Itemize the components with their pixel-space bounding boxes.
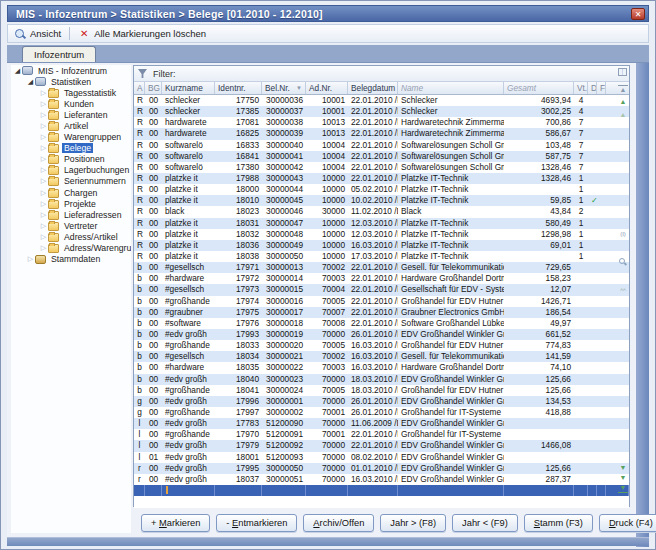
table-row[interactable]: R00platzke it17988300000431000022.01.201… xyxy=(134,173,629,184)
tree-item-mis-infozentrum[interactable]: ◢MIS - Infozentrum xyxy=(11,65,131,76)
table-row[interactable]: b00#graubner17975300000177000722.01.2010… xyxy=(134,307,629,318)
table-row[interactable]: R00platzke it18000300000441000005.02.201… xyxy=(134,184,629,195)
table-row[interactable]: b00#gesellsch17973300000157000422.01.201… xyxy=(134,284,629,295)
table-row[interactable]: r00#edv großh17995300000507000001.01.201… xyxy=(134,463,629,474)
table-row[interactable]: b00#software17976300000187000822.01.2010… xyxy=(134,318,629,329)
table-row[interactable]: g00#großhande17997300000027000126.01.201… xyxy=(134,407,629,418)
table-row[interactable]: b00#großhande18033300000207000516.03.201… xyxy=(134,340,629,351)
table-row[interactable]: l00#großhande17970512000917000122.01.201… xyxy=(134,429,629,440)
collapsed-arrow-icon[interactable]: ▷ xyxy=(26,255,35,263)
filter-row[interactable]: Filter: xyxy=(134,66,629,82)
collapsed-arrow-icon[interactable]: ▷ xyxy=(39,133,48,141)
title-bar[interactable]: MIS - Infozentrum > Statistiken > Belege… xyxy=(7,5,649,22)
table-row[interactable]: b00#gesellsch17971300000137000222.01.201… xyxy=(134,262,629,273)
table-row[interactable]: R00hardwarete17081300000381001322.01.201… xyxy=(134,117,629,128)
tree-item-warengruppen[interactable]: ▷Warengruppen xyxy=(11,132,131,143)
table-row[interactable]: R00platzke it18036300000491000016.03.201… xyxy=(134,240,629,251)
column-header-gesamt[interactable]: Gesamt xyxy=(504,82,574,94)
tree-item-lagerbuchungen[interactable]: ▷Lagerbuchungen xyxy=(11,165,131,176)
table-cell: 30000049 xyxy=(262,240,306,251)
column-header-bg[interactable]: BG xyxy=(145,82,162,94)
selected-row[interactable] xyxy=(134,485,629,496)
table-row[interactable]: b00#gesellsch18034300000217000216.03.201… xyxy=(134,351,629,362)
table-cell xyxy=(597,418,606,429)
table-row[interactable]: R00softwarelö16833300000401000422.01.201… xyxy=(134,140,629,151)
collapsed-arrow-icon[interactable]: ▷ xyxy=(39,144,48,152)
markieren-button[interactable]: + Markieren xyxy=(141,514,210,532)
tree-item-stammdaten[interactable]: ▷Stammdaten xyxy=(11,254,131,265)
tree-item-statistiken[interactable]: ◢Statistiken xyxy=(11,76,131,87)
table-row[interactable]: R00platzke it18010300000451000010.02.201… xyxy=(134,195,629,206)
entmarkieren-button[interactable]: - Entmarkieren xyxy=(216,514,297,532)
tree-item-artikel[interactable]: ▷Artikel xyxy=(11,120,131,131)
table-row[interactable]: l00#edv großh17979512000927000022.01.201… xyxy=(134,440,629,451)
tree-item-lieferadressen[interactable]: ▷Lieferadressen xyxy=(11,209,131,220)
table-row[interactable]: b00#großhande18041300000247000518.03.201… xyxy=(134,385,629,396)
tree-item-kunden[interactable]: ▷Kunden xyxy=(11,98,131,109)
table-row[interactable]: R00schlecker17385300000371000122.01.2010… xyxy=(134,106,629,117)
table-row[interactable]: b00#großhande17974300000167000522.01.201… xyxy=(134,296,629,307)
expanded-arrow-icon[interactable]: ◢ xyxy=(26,78,35,86)
table-row[interactable]: r00#edv großh18037300000517000016.03.201… xyxy=(134,474,629,485)
tree-item-seriennummern[interactable]: ▷Seriennummern xyxy=(11,176,131,187)
close-button[interactable]: ✕ xyxy=(631,8,645,20)
tree-item-tagesstatistik[interactable]: ▷Tagesstatistik xyxy=(11,87,131,98)
table-row[interactable]: b00#hardware18035300000227000316.03.2010… xyxy=(134,362,629,373)
stamm-f3-button[interactable]: Stamm (F3) xyxy=(524,514,593,532)
collapsed-arrow-icon[interactable]: ▷ xyxy=(39,222,48,230)
collapsed-arrow-icon[interactable]: ▷ xyxy=(39,166,48,174)
column-header-d[interactable]: D xyxy=(588,82,597,94)
collapsed-arrow-icon[interactable]: ▷ xyxy=(39,200,48,208)
collapsed-arrow-icon[interactable]: ▷ xyxy=(39,89,48,97)
column-header-name[interactable]: Name xyxy=(398,82,504,94)
tree-item-adress-warengruppen[interactable]: ▷Adress/Warengruppen xyxy=(11,243,131,254)
table-cell: 7 xyxy=(574,162,588,173)
table-row[interactable]: l01#edv großh18001512000937000008.02.201… xyxy=(134,452,629,463)
column-header-kurzname[interactable]: Kurzname xyxy=(162,82,215,94)
column-header-a[interactable]: A xyxy=(134,82,145,94)
table-row[interactable]: b00#hardware17972300000147000322.01.2010… xyxy=(134,273,629,284)
column-header-ad-nr[interactable]: Ad.Nr. xyxy=(306,82,348,94)
table-row[interactable]: R00softwarelö16841300000411000422.01.201… xyxy=(134,151,629,162)
table-row[interactable]: R00platzke it18038300000501000017.03.201… xyxy=(134,251,629,262)
table-row[interactable]: R00schlecker17750300000361000122.01.2010… xyxy=(134,95,629,106)
table-row[interactable]: g00#edv großh17996300000017000026.01.201… xyxy=(134,396,629,407)
collapsed-arrow-icon[interactable]: ▷ xyxy=(39,189,48,197)
table-row[interactable]: R00platzke it18032300000481000012.03.201… xyxy=(134,229,629,240)
table-row[interactable]: b00#edv großh18040300000237000018.03.201… xyxy=(134,374,629,385)
collapsed-arrow-icon[interactable]: ▷ xyxy=(39,211,48,219)
jahr-f9-button[interactable]: Jahr < (F9) xyxy=(452,514,518,532)
archiv-offen-button[interactable]: Archiv/Offen xyxy=(303,514,374,532)
collapsed-arrow-icon[interactable]: ▷ xyxy=(39,100,48,108)
tree-item-chargen[interactable]: ▷Chargen xyxy=(11,187,131,198)
collapsed-arrow-icon[interactable]: ▷ xyxy=(39,244,48,252)
collapsed-arrow-icon[interactable]: ▷ xyxy=(39,233,48,241)
clear-marks-button[interactable]: ✕ Alle Markierungen löschen xyxy=(72,25,212,42)
column-header-belegdatum[interactable]: Belegdatum xyxy=(348,82,398,94)
tree-item-vertreter[interactable]: ▷Vertreter xyxy=(11,220,131,231)
ansicht-button[interactable]: Ansicht xyxy=(8,25,67,42)
column-header-identnr[interactable]: Identnr. xyxy=(215,82,262,94)
tree-item-belege[interactable]: ▷Belege xyxy=(11,143,131,154)
tree-item-lieferanten[interactable]: ▷Lieferanten xyxy=(11,109,131,120)
table-row[interactable]: R00hardwarete16825300000391001322.01.201… xyxy=(134,128,629,139)
collapsed-arrow-icon[interactable]: ▷ xyxy=(39,177,48,185)
column-header-f[interactable]: F xyxy=(597,82,606,94)
jahr-f8-button[interactable]: Jahr > (F8) xyxy=(380,514,446,532)
table-row[interactable]: R00black18023300000463000011.02.2010 /Do… xyxy=(134,206,629,217)
tab-infozentrum[interactable]: Infozentrum xyxy=(22,46,96,62)
table-row[interactable]: R00softwarelö17380300000421000422.01.201… xyxy=(134,162,629,173)
column-header-vt[interactable]: Vt. xyxy=(574,82,588,94)
druck-f4-button[interactable]: Druck (F4) xyxy=(599,514,656,532)
tree-item-projekte[interactable]: ▷Projekte xyxy=(11,198,131,209)
table-row[interactable]: b00#edv großh17993300000197000026.01.201… xyxy=(134,329,629,340)
collapsed-arrow-icon[interactable]: ▷ xyxy=(39,155,48,163)
column-header-bel-nr[interactable]: Bel.Nr.▼ xyxy=(262,82,306,94)
collapsed-arrow-icon[interactable]: ▷ xyxy=(39,122,48,130)
collapsed-arrow-icon[interactable]: ▷ xyxy=(39,111,48,119)
expanded-arrow-icon[interactable]: ◢ xyxy=(13,67,22,75)
tree-item-positionen[interactable]: ▷Positionen xyxy=(11,154,131,165)
tree-item-adress-artikel[interactable]: ▷Adress/Artikel xyxy=(11,231,131,242)
table-row[interactable]: l00#edv großh17783512000907000011.06.200… xyxy=(134,418,629,429)
table-row[interactable]: R00platzke it18031300000471000012.03.201… xyxy=(134,218,629,229)
